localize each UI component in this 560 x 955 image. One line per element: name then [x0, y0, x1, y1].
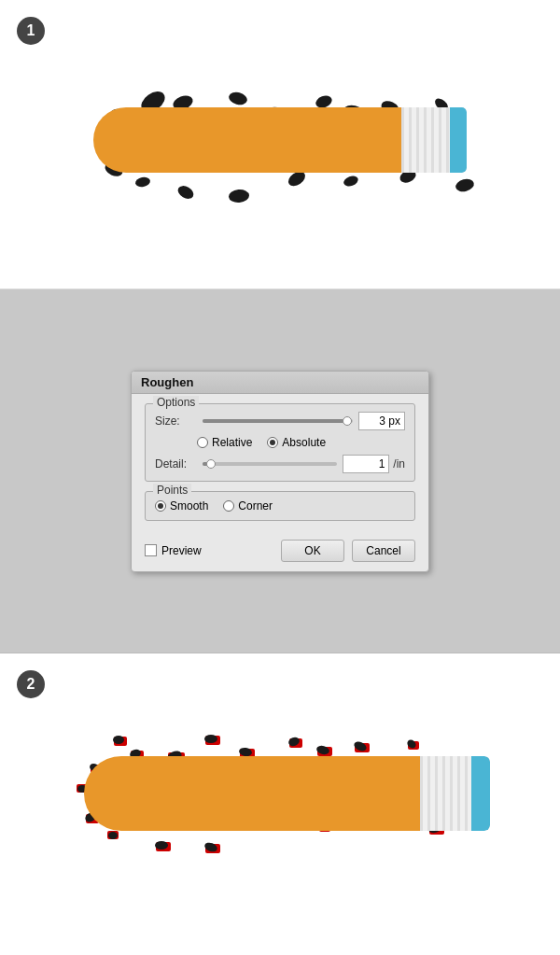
size-input[interactable] [358, 412, 405, 430]
preview-checkbox[interactable] [145, 544, 157, 556]
detail-input[interactable] [343, 455, 389, 473]
cancel-button[interactable]: Cancel [352, 540, 415, 562]
cigarette-filter [401, 107, 467, 173]
detail-unit: /in [393, 457, 405, 470]
spot-rb [112, 735, 129, 748]
spot [343, 174, 359, 188]
section-1: 1 [0, 0, 560, 289]
size-row: Size: [155, 412, 405, 430]
detail-slider-track[interactable] [203, 462, 337, 466]
size-type-radio-group: Relative Absolute [197, 436, 326, 449]
absolute-label: Absolute [282, 436, 326, 449]
size-label: Size: [155, 414, 197, 428]
section-3: 2 [0, 653, 560, 955]
points-group: Points Smooth Corner [145, 491, 415, 521]
smooth-label: Smooth [170, 499, 208, 513]
spot-rb [353, 741, 371, 754]
smooth-radio-circle[interactable] [155, 500, 166, 512]
spot-rb [107, 831, 122, 842]
dialog-title: Roughen [132, 372, 428, 394]
detail-row: Detail: /in [155, 455, 405, 473]
spot-rb [154, 840, 173, 853]
corner-radio[interactable]: Corner [223, 499, 273, 513]
dialog-footer: Preview OK Cancel [132, 540, 428, 571]
dialog-buttons: OK Cancel [281, 540, 415, 562]
ok-button[interactable]: OK [281, 540, 344, 562]
corner-label: Corner [238, 499, 273, 513]
step-2-badge: 2 [17, 670, 45, 698]
spot [228, 189, 249, 204]
cigarette-body-2 [84, 756, 429, 831]
absolute-radio-circle[interactable] [267, 437, 278, 448]
spot [455, 176, 476, 193]
step-1-badge: 1 [17, 17, 45, 45]
size-slider-fill [203, 419, 345, 423]
spot-rb [203, 734, 222, 747]
cigarette-filter-tip [450, 107, 467, 173]
relative-radio-circle[interactable] [197, 437, 208, 448]
size-slider-thumb[interactable] [343, 416, 352, 426]
size-slider-track[interactable] [203, 419, 353, 423]
smooth-radio[interactable]: Smooth [155, 499, 208, 513]
preview-checkbox-item[interactable]: Preview [145, 544, 202, 557]
spot-rb [406, 739, 421, 751]
cigarette-1 [84, 89, 476, 201]
points-row: Smooth Corner [155, 499, 405, 513]
spot [228, 90, 249, 106]
spot [134, 176, 150, 188]
spot-rb [203, 842, 222, 855]
cigarette-filter-2 [420, 756, 490, 831]
spot-rb [287, 737, 304, 749]
relative-radio[interactable]: Relative [197, 436, 252, 449]
cigarette-2-container [65, 730, 495, 879]
size-type-row: Relative Absolute [155, 436, 405, 449]
spot [175, 183, 196, 201]
options-group: Options Size: Relative [145, 403, 415, 482]
detail-slider-thumb[interactable] [206, 459, 216, 469]
relative-label: Relative [212, 436, 252, 449]
preview-label: Preview [161, 544, 202, 557]
cigarette-body [93, 107, 411, 173]
roughen-dialog: Roughen Options Size: [131, 371, 429, 572]
options-label: Options [153, 396, 199, 409]
dialog-content: Options Size: Relative [132, 394, 428, 540]
points-label: Points [153, 484, 191, 497]
section-2-dialog: Roughen Options Size: [0, 289, 560, 653]
corner-radio-circle[interactable] [223, 500, 234, 512]
points-radio-group: Smooth Corner [155, 499, 273, 513]
detail-label: Detail: [155, 457, 197, 470]
absolute-radio[interactable]: Absolute [267, 436, 326, 449]
